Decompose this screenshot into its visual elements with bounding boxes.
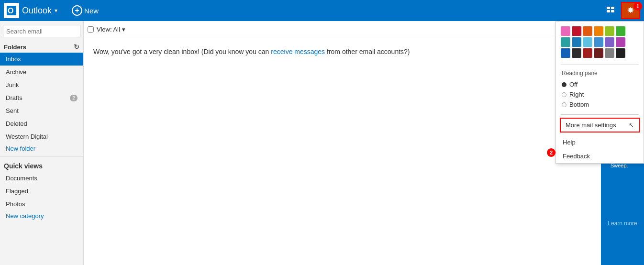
sidebar-item-documents[interactable]: Documents: [0, 172, 83, 185]
color-swatch-purple[interactable]: [605, 37, 614, 47]
color-swatch-teal[interactable]: [561, 37, 570, 47]
color-swatch-charcoal[interactable]: [572, 48, 581, 58]
top-bar: O Outlook ▾ + New: [0, 0, 644, 21]
search-box[interactable]: 🔍: [3, 25, 80, 37]
color-swatch-blue3[interactable]: [594, 37, 603, 47]
color-swatch-pink[interactable]: [561, 26, 570, 36]
color-swatch-empty3: [627, 37, 636, 47]
color-swatch-orange[interactable]: [583, 26, 592, 36]
sidebar-item-flagged[interactable]: Flagged: [0, 185, 83, 198]
reading-pane-bottom-label: Bottom: [569, 101, 589, 108]
drafts-badge: 2: [70, 95, 78, 101]
folders-header: Folders ↻: [0, 41, 83, 53]
outlook-dropdown-arrow[interactable]: ▾: [55, 7, 57, 14]
new-folder-link[interactable]: New folder: [0, 143, 83, 154]
deleted-label: Deleted: [6, 120, 27, 127]
select-all-checkbox[interactable]: [88, 26, 94, 33]
color-swatch-darkred[interactable]: [583, 48, 592, 58]
reading-pane-option-bottom[interactable]: Bottom: [562, 99, 638, 110]
color-swatch-blue2[interactable]: [572, 37, 581, 47]
reading-pane-option-right[interactable]: Right: [562, 89, 638, 99]
inbox-text-after: from other email accounts?): [325, 48, 410, 55]
color-swatch-darkblue[interactable]: [561, 48, 570, 58]
svg-text:O: O: [8, 7, 13, 15]
people-icon-button[interactable]: [602, 3, 619, 18]
color-swatch-empty1: [627, 26, 636, 36]
plus-circle-icon: +: [72, 5, 82, 16]
cursor-icon: ↖: [629, 121, 634, 129]
svg-rect-4: [607, 10, 610, 12]
view-all-label: View: All: [97, 26, 120, 33]
more-mail-settings-button[interactable]: More mail settings ↖: [560, 118, 640, 132]
toolbar: View: All ▾: [84, 21, 601, 38]
main-layout: 🔍 Folders ↻ Inbox Archive Junk Drafts 2 …: [0, 21, 644, 265]
color-swatch-maroon[interactable]: [594, 48, 603, 58]
sidebar-item-photos[interactable]: Photos: [0, 198, 83, 210]
radio-right-icon: [562, 92, 566, 97]
inbox-empty-message: Wow, you've got a very clean inbox! (Did…: [84, 38, 601, 265]
outlook-text: Outlook: [22, 6, 52, 16]
inbox-label: Inbox: [6, 55, 21, 63]
annotation-1: 1: [633, 2, 642, 11]
reading-pane-option-off[interactable]: Off: [562, 79, 638, 89]
color-swatch-lime[interactable]: [605, 26, 614, 36]
learn-more-link[interactable]: Learn more: [608, 220, 637, 227]
settings-dropdown: Reading pane Off Right Bottom More mail …: [555, 21, 644, 164]
feedback-item[interactable]: Feedback: [556, 149, 644, 163]
sidebar-divider: [0, 156, 83, 156]
main-content: View: All ▾ Wow, you've got a very clean…: [84, 21, 601, 265]
color-swatch-skyblue[interactable]: [583, 37, 592, 47]
sidebar-item-western-digital[interactable]: Western Digital: [0, 130, 83, 143]
color-swatch-magenta[interactable]: [616, 37, 625, 47]
western-digital-label: Western Digital: [6, 133, 48, 140]
help-item[interactable]: Help: [556, 135, 644, 149]
reading-pane-off-label: Off: [569, 81, 577, 88]
junk-label: Junk: [6, 81, 19, 88]
radio-off-icon: [562, 82, 566, 87]
color-swatch-empty4: [638, 37, 644, 47]
inbox-text-before: Wow, you've got a very clean inbox! (Did…: [93, 48, 271, 55]
sidebar-item-inbox[interactable]: Inbox: [0, 53, 83, 66]
color-swatch-black[interactable]: [616, 48, 625, 58]
color-swatch-empty2: [638, 26, 644, 36]
refresh-icon[interactable]: ↻: [74, 43, 79, 51]
color-swatch-empty5: [627, 48, 636, 58]
photos-label: Photos: [6, 200, 25, 208]
color-swatch-red[interactable]: [572, 26, 581, 36]
drafts-label: Drafts: [6, 94, 22, 101]
svg-rect-5: [611, 10, 614, 12]
search-input[interactable]: [6, 28, 87, 35]
outlook-logo[interactable]: O Outlook ▾: [4, 3, 62, 18]
color-swatch-gray[interactable]: [605, 48, 614, 58]
sidebar-item-sent[interactable]: Sent: [0, 104, 83, 117]
view-all-button[interactable]: View: All ▾: [97, 26, 125, 33]
documents-label: Documents: [6, 175, 37, 182]
receive-messages-link[interactable]: receive messages: [271, 48, 325, 55]
folders-label: Folders: [4, 44, 26, 51]
sidebar-item-deleted[interactable]: Deleted: [0, 117, 83, 130]
dropdown-divider-2: [561, 114, 639, 115]
svg-rect-2: [607, 7, 610, 9]
color-swatch-amber[interactable]: [594, 26, 603, 36]
color-swatch-green[interactable]: [616, 26, 625, 36]
svg-rect-3: [611, 7, 614, 9]
sidebar-item-archive[interactable]: Archive: [0, 66, 83, 78]
color-palette: [556, 22, 644, 63]
more-mail-settings-label: More mail settings: [566, 121, 616, 129]
color-swatch-empty6: [638, 48, 644, 58]
new-category-link[interactable]: New category: [0, 210, 83, 221]
new-button[interactable]: + New: [66, 2, 104, 19]
sidebar-item-drafts[interactable]: Drafts 2: [0, 91, 83, 104]
sidebar-item-junk[interactable]: Junk: [0, 78, 83, 91]
new-button-label: New: [84, 7, 99, 15]
view-chevron-icon: ▾: [122, 26, 125, 33]
dropdown-divider-1: [561, 65, 639, 65]
reading-pane-label: Reading pane: [562, 70, 638, 77]
sidebar: 🔍 Folders ↻ Inbox Archive Junk Drafts 2 …: [0, 21, 84, 265]
outlook-logo-icon: O: [4, 3, 19, 18]
sent-label: Sent: [6, 107, 19, 114]
reading-pane-section: Reading pane Off Right Bottom: [556, 67, 644, 112]
flagged-label: Flagged: [6, 188, 28, 195]
quick-views-header: Quick views: [0, 158, 83, 172]
annotation-2: 2: [547, 148, 555, 157]
